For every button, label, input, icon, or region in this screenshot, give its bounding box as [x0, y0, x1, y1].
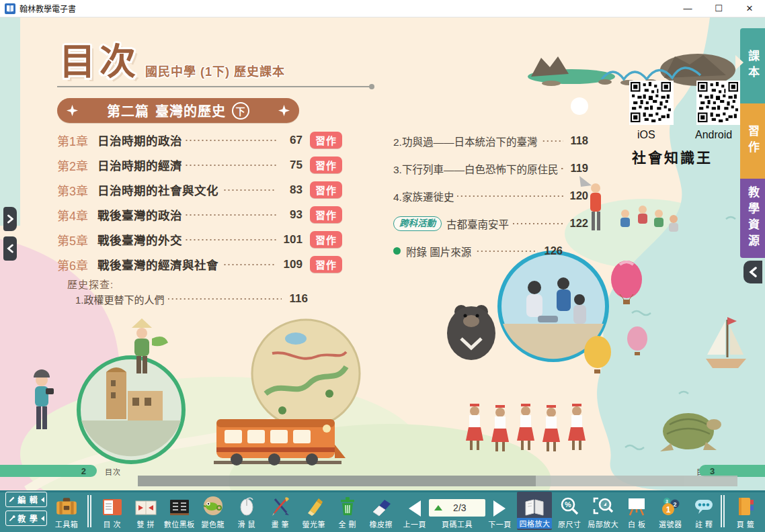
partial-zoom-button[interactable]: 局部放大: [587, 494, 619, 530]
dotted-leader: [168, 297, 282, 301]
chapter-title[interactable]: 日治時期的政治: [97, 132, 182, 148]
activity-title[interactable]: 古都臺南安平: [446, 216, 509, 231]
delete-all-button[interactable]: 全 刪: [331, 494, 364, 530]
original-size-button[interactable]: % 原尺寸: [553, 494, 586, 530]
window-title: 翰林教學電子書: [19, 3, 76, 14]
pen-tool-button[interactable]: 畫 筆: [264, 494, 296, 530]
right-toc-list: 2.功與過——日本統治下的臺灣 118 3.下行列車——白色恐怖下的原住民 11…: [393, 132, 588, 260]
scrollbar-thumb[interactable]: [138, 476, 536, 486]
page-number-tool[interactable]: 2/3 頁碼工具: [432, 494, 483, 530]
chameleon-button[interactable]: 變色龍: [197, 494, 229, 530]
tab-textbook[interactable]: 課本: [740, 28, 765, 103]
dual-page-icon: [135, 494, 157, 517]
explore-page-number: 116: [285, 292, 308, 306]
teach-mode-button[interactable]: 教 學: [5, 511, 47, 526]
chapter-title[interactable]: 日治時期的經濟: [97, 157, 182, 173]
chapter-title[interactable]: 戰後臺灣的經濟與社會: [97, 256, 218, 273]
highlighter-button[interactable]: 螢光筆: [298, 494, 330, 530]
table-row[interactable]: 第2章 日治時期的經濟 75 習作: [57, 155, 342, 175]
whiteboard-button[interactable]: 白 板: [620, 494, 653, 530]
appendix-title[interactable]: 附錄 圖片來源: [406, 244, 471, 259]
left-page-label: 目次: [105, 466, 121, 477]
chapter-page-number: 109: [280, 258, 303, 271]
previous-page-icon: [409, 500, 421, 517]
digital-blackboard-button[interactable]: 數位黑板: [163, 494, 196, 530]
toolbox-button[interactable]: 工具箱: [50, 494, 83, 530]
old-map-illustration: [252, 320, 360, 427]
quad-zoom-button[interactable]: 四格放大: [517, 492, 552, 530]
diamond-icon: [278, 105, 290, 116]
pointer-pen-icon: [8, 515, 15, 522]
chevron-right-icon: [7, 214, 13, 224]
previous-page-button[interactable]: 上一頁: [399, 494, 431, 530]
pencil-icon: [8, 496, 15, 503]
chameleon-icon: [202, 494, 224, 517]
tab-workbook[interactable]: 習作: [740, 103, 765, 179]
qr-code-android: [696, 81, 741, 125]
next-page-button[interactable]: 下一頁: [483, 494, 516, 530]
bookmark-tabs-button[interactable]: 頁 籤: [729, 494, 762, 530]
workbook-badge[interactable]: 習作: [310, 132, 342, 148]
blackboard-icon: [169, 494, 190, 517]
building-photo-circle: [79, 357, 184, 462]
horizontal-scrollbar[interactable]: [138, 476, 737, 486]
chapter-title[interactable]: 戰後臺灣的政治: [97, 206, 182, 223]
item-title[interactable]: 2.功與過——日本統治下的臺灣: [393, 134, 537, 148]
workbook-badge[interactable]: 習作: [310, 231, 342, 248]
chevron-left-icon: [7, 243, 13, 254]
workbook-badge[interactable]: 習作: [310, 206, 342, 223]
item-title[interactable]: 4.家族遷徙史: [393, 189, 454, 204]
tab-teaching-resources[interactable]: 教學資源: [740, 179, 765, 258]
workbook-badge[interactable]: 習作: [310, 256, 342, 273]
item-title[interactable]: 3.下行列車——白色恐怖下的原住民: [393, 161, 558, 176]
table-row[interactable]: 3.下行列車——白色恐怖下的原住民 119: [393, 159, 588, 177]
page-nav-right-button[interactable]: [3, 207, 17, 231]
workbook-badge[interactable]: 習作: [310, 181, 342, 198]
svg-text:2: 2: [674, 501, 677, 508]
chapter-title[interactable]: 戰後臺灣的外交: [97, 231, 182, 248]
toc-button[interactable]: 目 次: [96, 494, 128, 530]
number-picker-button[interactable]: 3 2 1 選號器: [654, 494, 686, 530]
edit-mode-button[interactable]: 編 輯: [5, 492, 47, 507]
dotted-leader: [186, 138, 276, 142]
table-row[interactable]: 跨科活動 古都臺南安平 122: [393, 214, 588, 232]
maximize-button[interactable]: ☐: [703, 0, 734, 17]
table-row[interactable]: 4.家族遷徙史 120: [393, 187, 588, 205]
dotted-leader: [512, 222, 563, 226]
eraser-button[interactable]: 橡皮擦: [365, 494, 397, 530]
page-nav-left-button[interactable]: [3, 236, 17, 261]
mouse-mode-button[interactable]: 滑 鼠: [231, 494, 263, 530]
table-row[interactable]: 2.功與過——日本統治下的臺灣 118: [393, 132, 588, 150]
table-row[interactable]: 第1章 日治時期的政治 67 習作: [57, 130, 342, 150]
minimize-button[interactable]: —: [672, 0, 703, 17]
chapter-number: 第1章: [57, 132, 97, 149]
chapter-page-number: 83: [280, 183, 303, 197]
page-indicator-box[interactable]: 2/3: [429, 499, 485, 517]
dotted-leader: [222, 263, 276, 267]
collapse-sidebar-button[interactable]: [743, 261, 762, 283]
table-row[interactable]: 1.政權更替下的人們 116: [75, 291, 308, 307]
table-row[interactable]: 第5章 戰後臺灣的外交 101 習作: [57, 230, 342, 249]
workbook-badge[interactable]: 習作: [310, 157, 342, 173]
dual-page-button[interactable]: 雙 拼: [130, 494, 162, 530]
chapter-page-number: 67: [280, 134, 303, 147]
dotted-leader: [186, 238, 276, 242]
svg-text:3: 3: [666, 499, 668, 504]
close-button[interactable]: ✕: [734, 0, 765, 17]
toc-icon: [102, 494, 123, 517]
chapter-page-number: 75: [280, 159, 303, 172]
table-row[interactable]: 第4章 戰後臺灣的政治 93 習作: [57, 205, 342, 224]
explore-item-title[interactable]: 1.政權更替下的人們: [75, 292, 165, 306]
annotation-button[interactable]: 註 釋: [688, 494, 720, 530]
zoom-percent-icon: %: [559, 494, 579, 517]
dotted-leader: [222, 188, 276, 192]
dotted-leader: [561, 167, 563, 171]
app-window: 翰林教學電子書 — ☐ ✕: [0, 0, 765, 532]
left-sea-strip: [0, 17, 20, 226]
table-row[interactable]: 附錄 圖片來源 126: [393, 242, 563, 260]
table-row[interactable]: 第3章 日治時期的社會與文化 83 習作: [57, 180, 342, 200]
chapter-title[interactable]: 日治時期的社會與文化: [97, 181, 218, 198]
table-row[interactable]: 第6章 戰後臺灣的經濟與社會 109 習作: [57, 255, 342, 274]
bookmark-icon: [735, 494, 756, 517]
app-logo-icon: [5, 3, 15, 14]
